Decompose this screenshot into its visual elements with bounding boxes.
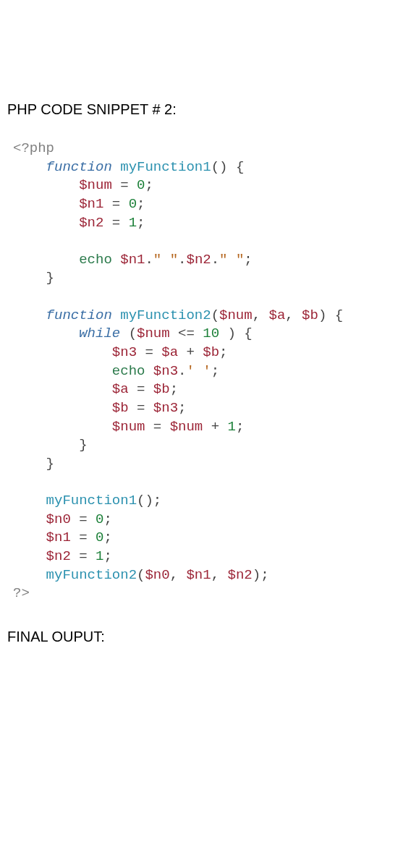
punct: ; [219,344,227,360]
punct: { [244,326,252,341]
punct: ; [103,529,111,545]
punct: <= [170,326,203,341]
punct: ( [129,326,137,341]
func-call-2: myFunction2 [46,567,137,583]
keyword-function: function [46,307,112,323]
var-n3: $n3 [153,400,178,416]
punct: , [285,307,302,323]
func-name-2: myFunction2 [120,307,211,323]
var-n1: $n1 [186,567,211,583]
func-name-1: myFunction1 [120,159,211,175]
punct: ; [145,177,153,193]
punct: ) [219,159,227,175]
var-n1: $n1 [120,252,145,268]
var-num: $num [219,307,253,323]
num: 10 [203,326,219,341]
punct: ) [145,493,153,509]
punct: { [236,159,244,175]
var-num: $num [112,419,145,435]
snippet-heading: PHP CODE SNIPPET # 2: [7,101,404,118]
punct: = [71,529,96,545]
num: 0 [129,196,137,212]
punct: ( [211,307,219,323]
punct: = [71,548,96,564]
punct: ; [244,252,252,268]
php-open-tag: <?php [13,140,54,156]
punct: ; [211,363,219,379]
num: 0 [96,511,103,527]
punct: ; [170,381,178,397]
final-output-heading: FINAL OUPUT: [7,629,404,645]
punct: . [178,252,186,268]
keyword-echo: echo [79,252,112,268]
punct: ; [236,419,244,435]
string: ' ' [186,363,211,379]
var-a: $a [112,381,129,397]
num: 0 [137,177,145,193]
punct: ; [103,511,111,527]
var-n2: $n2 [186,252,211,268]
num: 1 [129,215,137,231]
punct: ( [211,159,219,175]
keyword-while: while [79,326,120,341]
punct: ; [260,567,268,583]
var-b: $b [302,307,318,323]
punct: + [203,419,227,435]
var-n2: $n2 [46,548,71,564]
keyword-function: function [46,159,112,175]
var-b: $b [203,344,219,360]
num: 0 [96,529,103,545]
punct: + [178,344,203,360]
punct: . [145,252,153,268]
string: " " [153,252,178,268]
var-n0: $n0 [46,511,71,527]
var-num: $num [79,177,112,193]
func-call-1: myFunction1 [46,493,137,509]
punct: ) [318,307,326,323]
punct: ; [103,548,111,564]
var-n1: $n1 [46,529,71,545]
var-n2: $n2 [228,567,253,583]
punct: } [79,437,87,453]
var-b: $b [112,400,129,416]
punct: ; [178,400,186,416]
punct: , [253,307,269,323]
var-num: $num [137,326,170,341]
punct: ; [137,215,145,231]
punct: ) [253,567,260,583]
punct: ( [137,493,145,509]
punct: ( [137,567,145,583]
keyword-echo: echo [112,363,145,379]
var-a: $a [268,307,285,323]
num: 1 [227,419,235,435]
num: 1 [96,548,103,564]
punct: = [103,215,128,231]
var-n0: $n0 [145,567,169,583]
var-n1: $n1 [79,196,103,212]
code-block: <?php function myFunction1() { $num = 0;… [13,140,404,603]
string: " " [219,252,244,268]
var-n3: $n3 [153,363,178,379]
punct: = [145,419,169,435]
punct: , [211,567,228,583]
document-page: PHP CODE SNIPPET # 2: <?php function myF… [0,0,411,645]
punct: = [112,177,137,193]
punct: ) [227,326,235,341]
punct: { [335,307,343,323]
punct: } [46,456,54,472]
punct: ; [137,196,145,212]
punct: . [211,252,219,268]
punct: ; [153,493,161,509]
punct: = [137,344,161,360]
punct: , [170,567,187,583]
var-num: $num [170,419,203,435]
punct: . [178,363,186,379]
punct: = [71,511,96,527]
punct: } [46,270,54,286]
php-close-tag: ?> [13,585,30,601]
var-a: $a [161,344,178,360]
punct: = [129,400,153,416]
punct: = [103,196,128,212]
var-n2: $n2 [79,215,103,231]
var-b: $b [153,381,170,397]
